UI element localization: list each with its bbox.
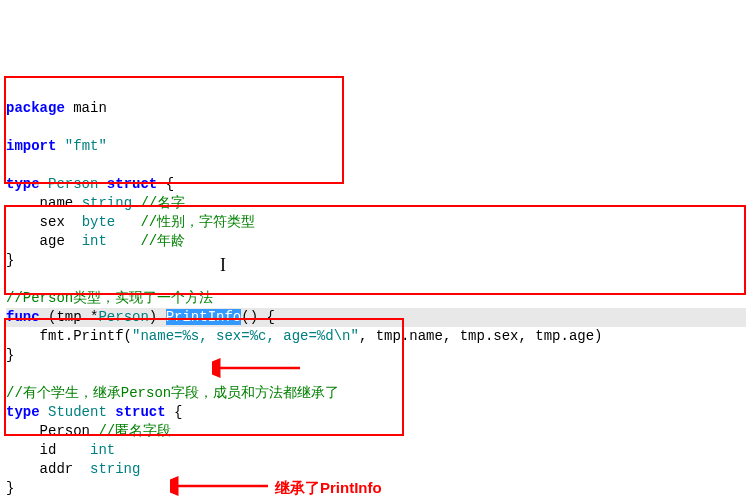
kw-struct: struct: [115, 404, 165, 420]
line-20: addr string: [6, 461, 140, 477]
line-19: id int: [6, 442, 115, 458]
annotation-inherit: 继承了PrintInfo: [275, 478, 382, 497]
selected-text: PrintInfo: [166, 309, 242, 325]
line-8: age int //年龄: [6, 233, 185, 249]
comment-line: //Person类型，实现了一个方法: [6, 290, 213, 306]
line-9: }: [6, 252, 14, 268]
comment: //匿名字段: [98, 423, 171, 439]
line-6: name string //名字: [6, 195, 185, 211]
code-block: package main import "fmt" type Person st…: [6, 80, 746, 504]
kw-type: type: [6, 404, 40, 420]
line-21: }: [6, 480, 14, 496]
line-17: type Student struct {: [6, 404, 182, 420]
kw-package: package: [6, 100, 65, 116]
comment: //性别，字符类型: [115, 214, 255, 230]
comment: //名字: [132, 195, 185, 211]
line-3: import "fmt": [6, 138, 107, 154]
kw-func: func: [6, 309, 40, 325]
line-12-highlighted: func (tmp *Person) PrintInfo() {: [6, 308, 746, 327]
line-18: Person //匿名字段: [6, 423, 171, 439]
kw-struct: struct: [107, 176, 157, 192]
kw-type: type: [6, 176, 40, 192]
line-14: }: [6, 347, 14, 363]
comment: //年龄: [107, 233, 185, 249]
comment-line: //有个学生，继承Person字段，成员和方法都继承了: [6, 385, 339, 401]
line-7: sex byte //性别，字符类型: [6, 214, 255, 230]
kw-import: import: [6, 138, 56, 154]
line-13: fmt.Printf("name=%s, sex=%c, age=%d\n", …: [6, 328, 603, 344]
line-5: type Person struct {: [6, 176, 174, 192]
line-1: package main: [6, 100, 107, 116]
